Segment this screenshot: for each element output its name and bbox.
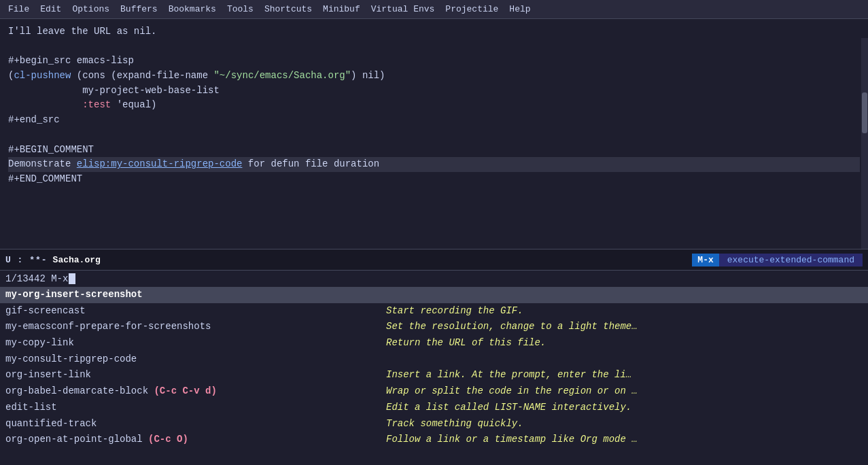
modeline-filename: Sacha.org <box>53 255 101 265</box>
completion-desc-10: Follow a link or a timestamp like Org mo… <box>386 432 638 447</box>
completion-desc-4: Return the URL of this file. <box>386 336 546 351</box>
completion-name-7: org-babel-demarcate-block (C-c C-v d) <box>5 384 386 399</box>
menu-shortcuts[interactable]: Shortcuts <box>259 3 317 16</box>
editor-line-8 <box>8 128 860 143</box>
modeline-flags: U : **- <box>5 255 48 265</box>
completion-desc-6: Insert a link. At the prompt, enter the … <box>386 368 631 383</box>
completion-item-5[interactable]: my-consult-ripgrep-code <box>0 351 868 368</box>
completion-item-2[interactable]: gif-screencast Start recording the GIF. <box>0 303 868 320</box>
completion-name-3: my-emacsconf-prepare-for-screenshots <box>5 320 386 334</box>
editor-line-10: Demonstrate elisp:my-consult-ripgrep-cod… <box>8 157 860 172</box>
editor-line-5: my-project-web-base-list <box>8 84 860 99</box>
completion-name-5: my-consult-ripgrep-code <box>5 352 386 367</box>
menu-file[interactable]: File <box>3 3 35 16</box>
editor-line-7: #+end_src <box>8 113 860 128</box>
scrollbar-thumb[interactable] <box>862 92 867 133</box>
completion-desc-8: Edit a list called LIST-NAME interactive… <box>386 400 631 415</box>
modeline-mx-area: M-x execute-extended-command <box>692 254 863 266</box>
scrollbar[interactable] <box>861 38 868 249</box>
menu-bookmarks[interactable]: Bookmarks <box>163 3 222 16</box>
completion-name-9: quantified-track <box>5 417 386 432</box>
menu-help[interactable]: Help <box>504 3 536 16</box>
cursor <box>69 273 75 284</box>
completion-name-1: my-org-insert-screenshot <box>5 288 386 303</box>
menu-buffers[interactable]: Buffers <box>115 3 163 16</box>
completion-item-9[interactable]: quantified-track Track something quickly… <box>0 416 868 432</box>
completion-item-6[interactable]: org-insert-link Insert a link. At the pr… <box>0 367 868 383</box>
editor-line-11: #+END_COMMENT <box>8 172 860 187</box>
menubar: File Edit Options Buffers Bookmarks Tool… <box>0 0 868 19</box>
editor-line-9: #+BEGIN_COMMENT <box>8 143 860 158</box>
completion-item-8[interactable]: edit-list Edit a list called LIST-NAME i… <box>0 400 868 416</box>
minibuf-prompt-line: 1/13442 M-x <box>5 273 863 284</box>
completion-name-4: my-copy-link <box>5 336 386 351</box>
minibuf-prompt: 1/13442 M-x <box>5 273 68 284</box>
editor-area: I'll leave the URL as nil. #+begin_src e… <box>0 19 868 249</box>
completion-item-10[interactable]: org-open-at-point-global (C-c O) Follow … <box>0 432 868 448</box>
menu-tools[interactable]: Tools <box>222 3 259 16</box>
completion-item-4[interactable]: my-copy-link Return the URL of this file… <box>0 335 868 351</box>
mx-command: execute-extended-command <box>719 254 863 266</box>
completion-item-1[interactable]: my-org-insert-screenshot <box>0 287 868 303</box>
completion-desc-7: Wrap or split the code in the region or … <box>386 384 638 399</box>
completion-desc-3: Set the resolution, change to a light th… <box>386 320 638 334</box>
modeline: U : **- Sacha.org M-x execute-extended-c… <box>0 249 868 271</box>
completion-list[interactable]: my-org-insert-screenshot gif-screencast … <box>0 287 868 448</box>
menu-options[interactable]: Options <box>67 3 115 16</box>
menu-projectile[interactable]: Projectile <box>440 3 504 16</box>
completion-name-8: edit-list <box>5 400 386 415</box>
editor-line-1: I'll leave the URL as nil. <box>8 24 860 39</box>
editor-line-4: (cl-pushnew (cons (expand-file-name "~/s… <box>8 69 860 84</box>
menu-virtualenvs[interactable]: Virtual Envs <box>366 3 440 16</box>
completion-desc-2: Start recording the GIF. <box>386 304 523 319</box>
completion-item-3[interactable]: my-emacsconf-prepare-for-screenshots Set… <box>0 319 868 335</box>
completion-name-10: org-open-at-point-global (C-c O) <box>5 432 386 447</box>
completion-desc-9: Track something quickly. <box>386 417 523 432</box>
completion-item-7[interactable]: org-babel-demarcate-block (C-c C-v d) Wr… <box>0 383 868 400</box>
minibuffer[interactable]: 1/13442 M-x <box>0 271 868 287</box>
menu-edit[interactable]: Edit <box>35 3 67 16</box>
completion-name-6: org-insert-link <box>5 368 386 383</box>
completion-name-2: gif-screencast <box>5 304 386 319</box>
editor-line-6: :test 'equal) <box>8 98 860 113</box>
editor-line-2 <box>8 39 860 54</box>
editor-line-3: #+begin_src emacs-lisp <box>8 54 860 69</box>
menu-minibuf[interactable]: Minibuf <box>317 3 366 16</box>
mx-label: M-x <box>692 254 718 266</box>
